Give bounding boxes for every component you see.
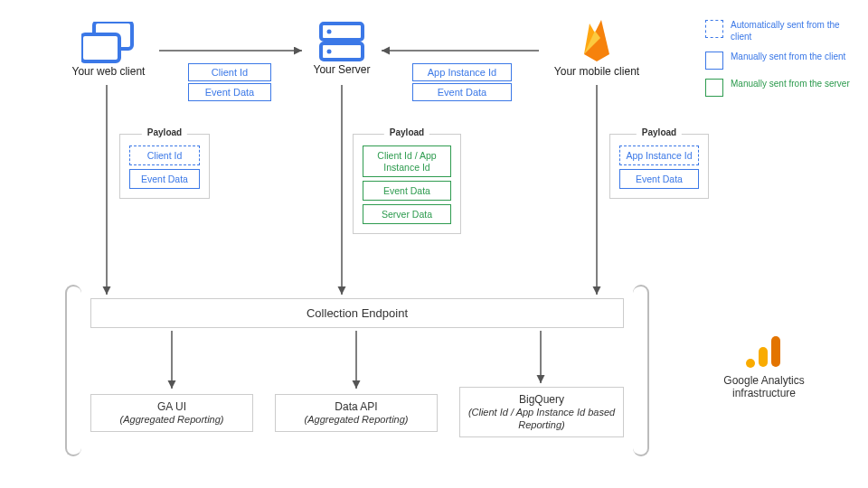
svg-point-3: [327, 30, 332, 34]
server-icon: [319, 22, 364, 61]
result-data-api: Data API (Aggregated Reporting): [275, 394, 438, 432]
mobile-to-server-data: App Instance Id Event Data: [412, 61, 512, 103]
payload-title-s: Payload: [384, 127, 429, 137]
svg-point-6: [746, 359, 755, 368]
swatch-server: [705, 79, 723, 97]
web-client-label: Your web client: [63, 65, 154, 78]
bracket-left: [65, 285, 81, 456]
svg-rect-8: [771, 336, 780, 367]
legend-auto: Automatically sent from the client: [705, 20, 850, 42]
legend-client-text: Manually sent from the client: [731, 52, 845, 63]
payload-server-id: Client Id / App Instance Id: [363, 145, 451, 177]
result-ga-sub: (Aggregated Reporting): [120, 414, 224, 425]
payload-title: Payload: [142, 127, 187, 137]
server-label: Your Server: [306, 63, 378, 76]
legend-client: Manually sent from the client: [705, 52, 850, 70]
svg-rect-1: [81, 34, 119, 61]
collection-endpoint: Collection Endpoint: [90, 298, 624, 328]
legend-server-text: Manually sent from the server: [731, 79, 850, 90]
payload-web-event: Event Data: [129, 169, 200, 189]
web-client-icon: [81, 22, 136, 63]
analytics-icon: [744, 334, 784, 369]
ga-infra: Google Analytics infrastructure: [705, 334, 823, 399]
bracket-right: [633, 285, 649, 456]
svg-rect-7: [759, 347, 768, 367]
legend-auto-text: Automatically sent from the client: [731, 20, 850, 42]
web-to-server-data: Client Id Event Data: [188, 61, 271, 103]
result-ga-ui: GA UI (Aggregated Reporting): [90, 394, 253, 432]
result-api-title: Data API: [279, 400, 433, 413]
swatch-auto: [705, 20, 723, 38]
result-bigquery: BigQuery (Client Id / App Instance Id ba…: [459, 387, 624, 437]
payload-mobile-id: App Instance Id: [619, 145, 699, 165]
swatch-client: [705, 52, 723, 70]
send-event-data-m: Event Data: [412, 83, 512, 101]
payload-server-event: Event Data: [363, 181, 451, 201]
result-ga-title: GA UI: [95, 400, 249, 413]
payload-title-m: Payload: [637, 127, 682, 137]
result-api-sub: (Aggregated Reporting): [305, 414, 409, 425]
result-bq-title: BigQuery: [464, 393, 619, 406]
payload-server-data: Server Data: [363, 204, 451, 224]
firebase-icon: [579, 18, 615, 63]
payload-mobile-event: Event Data: [619, 169, 699, 189]
payload-web-clientid: Client Id: [129, 145, 200, 165]
send-client-id: Client Id: [188, 63, 271, 81]
send-event-data: Event Data: [188, 83, 271, 101]
payload-web: Payload Client Id Event Data: [119, 134, 210, 199]
payload-server: Payload Client Id / App Instance Id Even…: [353, 134, 461, 234]
legend-server: Manually sent from the server: [705, 79, 850, 97]
payload-mobile: Payload App Instance Id Event Data: [609, 134, 709, 199]
svg-point-5: [327, 50, 332, 54]
mobile-client-label: Your mobile client: [542, 65, 651, 78]
result-bq-sub: (Client Id / App Instance Id based Repor…: [468, 407, 615, 430]
legend: Automatically sent from the client Manua…: [705, 20, 850, 106]
send-app-instance-id: App Instance Id: [412, 63, 512, 81]
ga-infra-label: Google Analytics infrastructure: [705, 374, 823, 399]
